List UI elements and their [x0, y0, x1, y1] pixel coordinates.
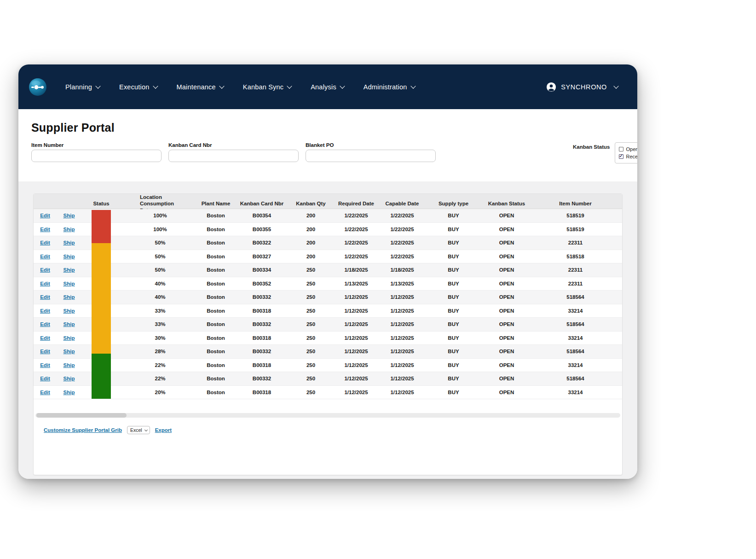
cell-edit: Edit [34, 321, 57, 327]
cell-cap: 1/22/2025 [382, 240, 422, 245]
cell-cap: 1/22/2025 [382, 213, 422, 218]
edit-link[interactable]: Edit [40, 321, 50, 327]
cell-kstatus: OPEN [485, 254, 529, 259]
ship-link[interactable]: Ship [63, 349, 75, 354]
edit-link[interactable]: Edit [40, 281, 50, 286]
cell-value: 1/12/2025 [390, 335, 414, 341]
table-row: EditShip28%BostonB003322501/12/20251/12/… [34, 345, 622, 359]
cell-ship: Ship [57, 362, 81, 368]
cell-value: 250 [306, 294, 315, 300]
item-number-input[interactable] [31, 150, 162, 162]
export-format-select[interactable]: Excel [127, 426, 150, 434]
checkbox-open[interactable]: Open [619, 146, 637, 152]
cell-item: 33214 [529, 390, 622, 395]
edit-link[interactable]: Edit [40, 294, 50, 300]
cell-req: 1/12/2025 [330, 376, 382, 381]
edit-link[interactable]: Edit [40, 227, 50, 232]
cell-value: Boston [207, 308, 225, 314]
ship-link[interactable]: Ship [63, 321, 75, 327]
table-body: EditShip100%BostonB003542001/22/20251/22… [34, 209, 622, 399]
cell-value: Boston [207, 281, 225, 286]
cell-kstatus: OPEN [485, 349, 529, 354]
edit-link[interactable]: Edit [40, 349, 50, 354]
cell-item: 518564 [529, 321, 622, 327]
edit-link[interactable]: Edit [40, 213, 50, 218]
checkbox-received[interactable]: Received [619, 153, 637, 160]
ship-link[interactable]: Ship [63, 227, 75, 232]
ship-link[interactable]: Ship [63, 254, 75, 259]
cell-kstatus: OPEN [485, 240, 529, 245]
nav-item-planning[interactable]: Planning [65, 83, 100, 91]
edit-link[interactable]: Edit [40, 254, 50, 259]
account-menu[interactable]: SYNCHRONO [546, 82, 618, 92]
cell-req: 1/12/2025 [330, 349, 382, 354]
edit-link[interactable]: Edit [40, 362, 50, 368]
edit-link[interactable]: Edit [40, 240, 50, 245]
column-header-plant: Plant Name [199, 200, 232, 207]
cell-supply: BUY [422, 227, 485, 232]
cell-pct: 50% [121, 254, 199, 259]
ship-link[interactable]: Ship [63, 267, 75, 273]
cell-value: Boston [207, 254, 225, 259]
cell-value: BUY [448, 321, 459, 327]
ship-link[interactable]: Ship [63, 281, 75, 286]
cell-value: OPEN [499, 321, 514, 327]
ship-link[interactable]: Ship [63, 213, 75, 218]
edit-link[interactable]: Edit [40, 335, 50, 341]
cell-card: B00355 [232, 227, 291, 232]
cell-item: 518518 [529, 254, 622, 259]
cell-value: 200 [306, 240, 315, 245]
edit-link[interactable]: Edit [40, 267, 50, 273]
cell-pct: 40% [121, 281, 199, 286]
cell-value: 1/12/2025 [344, 376, 368, 381]
ship-link[interactable]: Ship [63, 308, 75, 314]
ship-link[interactable]: Ship [63, 390, 75, 395]
ship-link[interactable]: Ship [63, 376, 75, 381]
export-link[interactable]: Export [155, 427, 172, 433]
ship-link[interactable]: Ship [63, 362, 75, 368]
ship-link[interactable]: Ship [63, 240, 75, 245]
table-row: EditShip100%BostonB003542001/22/20251/22… [34, 209, 622, 223]
cell-card: B00352 [232, 281, 291, 286]
kanban-card-nbr-input[interactable] [168, 150, 299, 162]
cell-pct: 50% [121, 267, 199, 273]
cell-supply: BUY [422, 254, 485, 259]
table-row: EditShip22%BostonB003182501/12/20251/12/… [34, 359, 622, 373]
kanban-status-checkbox-group: OpenShippedReceivedConsumed [615, 142, 637, 163]
cell-value: 33214 [568, 335, 583, 341]
cell-cap: 1/12/2025 [382, 335, 422, 341]
horizontal-scrollbar[interactable] [35, 413, 620, 418]
table-row: EditShip100%BostonB003552001/22/20251/22… [34, 223, 622, 237]
nav-item-execution[interactable]: Execution [119, 83, 157, 91]
cell-edit: Edit [34, 294, 57, 300]
nav-item-kanban-sync[interactable]: Kanban Sync [243, 83, 291, 91]
nav-item-analysis[interactable]: Analysis [311, 83, 344, 91]
cell-value: 40% [155, 281, 165, 286]
cell-value: OPEN [499, 349, 514, 354]
cell-card: B00318 [232, 335, 291, 341]
cell-qty: 200 [291, 213, 330, 218]
cell-item: 518564 [529, 294, 622, 300]
ship-link[interactable]: Ship [63, 294, 75, 300]
cell-value: 1/22/2025 [390, 227, 414, 232]
cell-ship: Ship [57, 390, 81, 395]
ship-link[interactable]: Ship [63, 335, 75, 341]
edit-link[interactable]: Edit [40, 390, 50, 395]
cell-plant: Boston [199, 213, 232, 218]
cell-value: 50% [155, 267, 165, 273]
cell-cap: 1/12/2025 [382, 321, 422, 327]
synchrono-logo-icon[interactable] [29, 78, 47, 96]
cell-edit: Edit [34, 335, 57, 341]
cell-ship: Ship [57, 376, 81, 381]
cell-edit: Edit [34, 349, 57, 354]
cell-supply: BUY [422, 349, 485, 354]
nav-item-administration[interactable]: Administration [364, 83, 415, 91]
blanket-po-input[interactable] [306, 150, 436, 162]
edit-link[interactable]: Edit [40, 308, 50, 314]
horizontal-scrollbar-thumb[interactable] [36, 413, 127, 418]
customize-grid-link[interactable]: Customize Supplier Portal Grib [44, 427, 122, 433]
cell-req: 1/12/2025 [330, 308, 382, 314]
edit-link[interactable]: Edit [40, 376, 50, 381]
nav-item-maintenance[interactable]: Maintenance [177, 83, 224, 91]
cell-value: OPEN [499, 281, 514, 286]
